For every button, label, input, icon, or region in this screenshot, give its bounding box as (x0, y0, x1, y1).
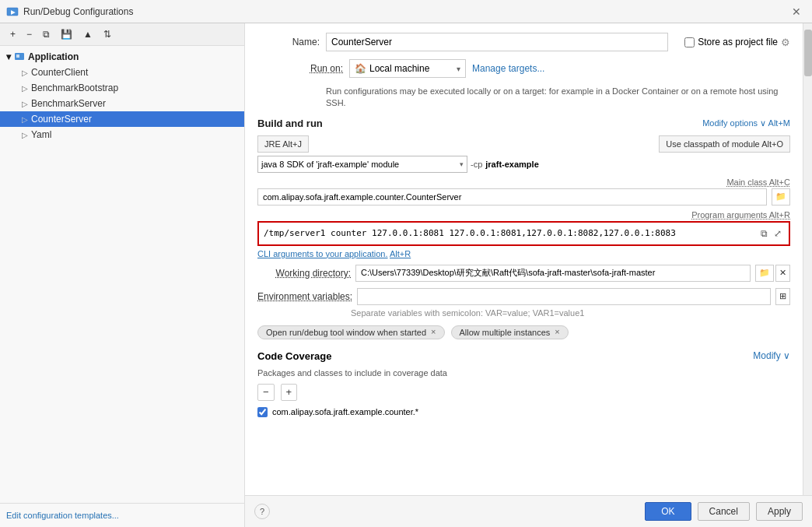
coverage-desc: Packages and classes to include in cover… (257, 368, 790, 378)
cp-prefix: -cp (471, 160, 482, 169)
title-bar-title: Run/Debug Configurations (23, 6, 133, 17)
footer-left: ? (254, 504, 639, 519)
group-chevron-icon: ▾ (6, 51, 11, 62)
main-class-row: 📁 (257, 188, 790, 206)
right-content-wrapper: Name: Store as project file ⚙ Run on: 🏠 … (245, 23, 812, 495)
run-on-row: Run on: 🏠 Local machine ▾ Manage targets… (257, 59, 790, 78)
scrollbar-track[interactable] (803, 23, 812, 495)
edit-templates-link[interactable]: Edit configuration templates... (6, 511, 119, 520)
coverage-item-checkbox[interactable] (257, 407, 268, 417)
name-label: Name: (257, 37, 320, 47)
sidebar-item-yaml[interactable]: ▷ Yaml (0, 127, 244, 142)
env-edit-button[interactable]: ⊞ (775, 288, 790, 305)
config-icon-selected: ▷ (22, 115, 28, 124)
manage-targets-link[interactable]: Manage targets... (472, 63, 544, 74)
main-class-browse-button[interactable]: 📁 (772, 188, 790, 206)
config-icon: ▷ (22, 84, 28, 93)
main-class-label-row: Main class Alt+C (257, 177, 790, 187)
main-class-label: Main class Alt+C (726, 177, 790, 187)
coverage-header: Code Coverage Modify ∨ (257, 350, 790, 362)
classpath-button[interactable]: Use classpath of module Alt+O (659, 135, 790, 153)
coverage-item: com.alipay.sofa.jraft.example.counter.* (257, 407, 790, 417)
coverage-minus-button[interactable]: − (257, 384, 275, 401)
sidebar-footer: Edit configuration templates... (0, 503, 244, 527)
config-icon: ▷ (22, 69, 28, 77)
tag-allow-multiple-close[interactable]: × (553, 328, 561, 336)
store-as-project-checkbox[interactable] (684, 37, 695, 47)
copy-config-button[interactable]: ⧉ (39, 26, 54, 42)
name-row: Name: Store as project file ⚙ (257, 33, 790, 51)
main-layout: + − ⧉ 💾 ▲ ⇅ ▾ Application ▷ Cou (0, 23, 812, 527)
tag-open-debug-label: Open run/debug tool window when started (266, 328, 426, 337)
gear-icon: ⚙ (781, 37, 790, 48)
sdk-row: java 8 SDK of 'jraft-example' module ▾ -… (257, 156, 790, 173)
tag-open-debug-close[interactable]: × (429, 328, 437, 336)
sidebar-item-counterclient[interactable]: ▷ CounterClient (0, 65, 244, 80)
working-dir-row: Working directory: C:\Users\77339\Deskto… (257, 265, 790, 282)
prog-args-label: Program arguments Alt+R (691, 210, 790, 220)
wd-browse-button[interactable]: 📁 (755, 265, 774, 282)
sort-button[interactable]: ⇅ (100, 26, 115, 42)
tag-allow-multiple: Allow multiple instances × (451, 325, 569, 339)
coverage-plus-button[interactable]: + (281, 384, 298, 401)
close-button[interactable]: ✕ (787, 4, 806, 19)
footer-buttons: ? OK Cancel Apply (245, 495, 812, 527)
application-group-label: Application (28, 51, 79, 62)
title-bar: ▶ Run/Debug Configurations ✕ (0, 0, 812, 23)
config-icon: ▷ (22, 100, 28, 108)
build-run-section-header: Build and run Modify options ∨ Alt+M (257, 118, 790, 129)
wd-field[interactable]: C:\Users\77339\Desktop\研究文献\Raft代码\sofa-… (355, 265, 751, 282)
run-on-select[interactable]: 🏠 Local machine ▾ (349, 59, 466, 78)
right-panel: Name: Store as project file ⚙ Run on: 🏠 … (245, 23, 812, 527)
coverage-modify-link[interactable]: Modify ∨ (753, 350, 790, 361)
cli-hint: CLI arguments to your application. Alt+R (257, 249, 790, 258)
coverage-controls: − + (257, 384, 790, 401)
store-as-project-label: Store as project file (698, 37, 778, 47)
local-machine-icon: 🏠 (355, 63, 366, 74)
tags-row: Open run/debug tool window when started … (257, 325, 790, 339)
jre-classpath-row: JRE Alt+J Use classpath of module Alt+O (257, 135, 790, 153)
wd-clear-button[interactable]: ✕ (775, 265, 790, 282)
sdk-value: java 8 SDK of 'jraft-example' module (261, 160, 399, 169)
sidebar-item-benchmarkbootstrap[interactable]: ▷ BenchmarkBootstrap (0, 80, 244, 96)
right-content-main: Name: Store as project file ⚙ Run on: 🏠 … (245, 23, 803, 495)
cli-hint-shortcut: Alt+R (390, 249, 411, 258)
modify-options-btn[interactable]: Modify options ∨ Alt+M (702, 118, 790, 128)
store-checkbox-area: Store as project file ⚙ (684, 37, 790, 48)
wd-label: Working directory: (257, 268, 351, 279)
cancel-button[interactable]: Cancel (698, 502, 750, 521)
coverage-item-label: com.alipay.sofa.jraft.example.counter.* (272, 407, 418, 416)
sidebar-item-counterserver[interactable]: ▷ CounterServer (0, 111, 244, 127)
env-hint: Separate variables with semicolon: VAR=v… (351, 308, 790, 318)
sdk-dropdown[interactable]: java 8 SDK of 'jraft-example' module ▾ (257, 156, 467, 173)
save-config-button[interactable]: 💾 (57, 26, 76, 42)
config-tree: ▾ Application ▷ CounterClient ▷ Benchmar… (0, 46, 244, 503)
run-info-text: Run configurations may be executed local… (326, 86, 790, 110)
coverage-title: Code Coverage (257, 350, 331, 362)
cp-value: jraft-example (485, 160, 538, 169)
add-config-button[interactable]: + (6, 26, 19, 42)
run-on-value: Local machine (369, 63, 429, 74)
remove-config-button[interactable]: − (23, 26, 36, 42)
application-group-icon (14, 51, 25, 62)
ok-button[interactable]: OK (645, 502, 691, 521)
name-input[interactable] (326, 33, 668, 51)
run-on-label: Run on: (257, 63, 343, 74)
sidebar: + − ⧉ 💾 ▲ ⇅ ▾ Application ▷ Cou (0, 23, 245, 527)
cli-hint-text: CLI arguments to your application. (257, 249, 388, 258)
sidebar-item-benchmarkserver[interactable]: ▷ BenchmarkServer (0, 96, 244, 111)
prog-args-expand-button[interactable]: ⤢ (772, 227, 784, 240)
run-on-arrow-icon: ▾ (457, 65, 460, 73)
apply-button[interactable]: Apply (756, 502, 803, 521)
prog-args-copy-button[interactable]: ⧉ (758, 227, 770, 240)
jre-button[interactable]: JRE Alt+J (257, 135, 309, 153)
help-button[interactable]: ? (254, 504, 270, 519)
env-input[interactable] (357, 288, 771, 305)
prog-args-actions: ⧉ ⤢ (758, 227, 784, 240)
sdk-arrow-icon: ▾ (460, 160, 464, 168)
move-up-button[interactable]: ▲ (79, 26, 96, 42)
prog-args-box[interactable]: /tmp/server1 counter 127.0.0.1:8081 127.… (257, 221, 790, 246)
application-group-header[interactable]: ▾ Application (0, 49, 244, 65)
build-run-title: Build and run (257, 118, 323, 129)
main-class-input[interactable] (257, 188, 767, 206)
